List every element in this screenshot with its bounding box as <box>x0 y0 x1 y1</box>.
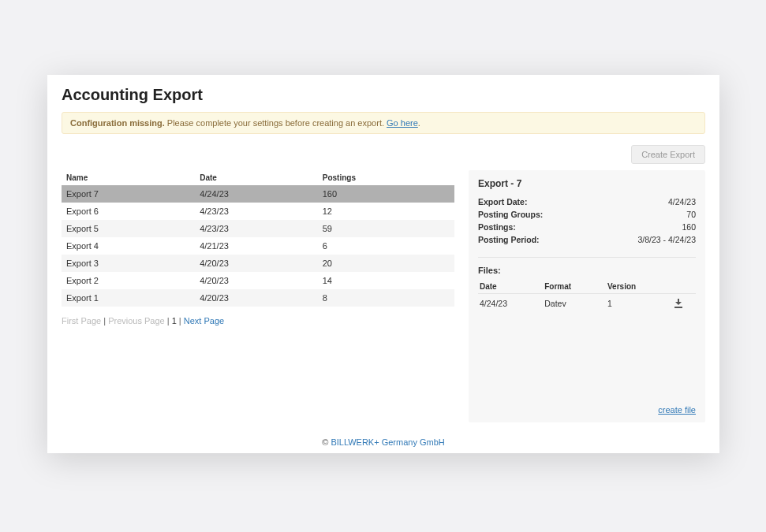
col-postings: Postings <box>318 170 454 185</box>
pagination: First Page | Previous Page | 1 | Next Pa… <box>62 316 454 326</box>
footer: © BILLWERK+ Germany GmbH <box>47 437 719 447</box>
alert-go-here-link[interactable]: Go here <box>387 118 418 128</box>
config-warning-alert: Configuration missing. Please complete y… <box>62 112 705 134</box>
files-col-version: Version <box>606 280 673 294</box>
detail-export-date: Export Date: 4/24/23 <box>478 195 696 208</box>
next-page-link[interactable]: Next Page <box>184 316 224 326</box>
files-col-format: Format <box>543 280 606 294</box>
alert-tail: . <box>418 118 420 128</box>
exports-table: Name Date Postings Export 74/24/23160Exp… <box>62 170 454 307</box>
table-row[interactable]: Export 24/20/2314 <box>62 272 454 289</box>
files-table: Date Format Version 4/24/23Datev1 <box>478 280 696 313</box>
detail-postings: Postings: 160 <box>478 221 696 233</box>
detail-posting-groups: Posting Groups: 70 <box>478 208 696 221</box>
previous-page-link[interactable]: Previous Page <box>108 316 165 326</box>
page-title: Accounting Export <box>62 86 705 104</box>
export-detail-pane: Export - 7 Export Date: 4/24/23 Posting … <box>469 170 705 422</box>
files-title: Files: <box>478 257 696 275</box>
alert-strong: Configuration missing. <box>70 118 165 128</box>
table-row[interactable]: Export 74/24/23160 <box>62 185 454 203</box>
table-row[interactable]: Export 44/21/236 <box>62 237 454 255</box>
exports-list-pane: Name Date Postings Export 74/24/23160Exp… <box>62 170 454 422</box>
files-col-date: Date <box>478 280 543 294</box>
create-export-button[interactable]: Create Export <box>631 145 705 164</box>
content-area: Name Date Postings Export 74/24/23160Exp… <box>62 170 705 422</box>
main-panel: Accounting Export Configuration missing.… <box>47 75 719 453</box>
file-row: 4/24/23Datev1 <box>478 294 696 314</box>
col-name: Name <box>62 170 195 185</box>
detail-posting-period: Posting Period: 3/8/23 - 4/24/23 <box>478 233 696 246</box>
alert-text: Please complete your settings before cre… <box>165 118 387 128</box>
toolbar: Create Export <box>62 145 705 164</box>
download-icon[interactable] <box>674 299 682 307</box>
footer-company-link[interactable]: BILLWERK+ Germany GmbH <box>331 437 444 447</box>
create-file-link[interactable]: create file <box>658 405 696 415</box>
col-date: Date <box>195 170 318 185</box>
detail-title: Export - 7 <box>478 178 696 189</box>
first-page-link[interactable]: First Page <box>62 316 101 326</box>
table-row[interactable]: Export 14/20/238 <box>62 289 454 307</box>
table-row[interactable]: Export 54/23/2359 <box>62 220 454 237</box>
table-row[interactable]: Export 64/23/2312 <box>62 203 454 220</box>
table-row[interactable]: Export 34/20/2320 <box>62 255 454 272</box>
files-col-action <box>673 280 697 294</box>
current-page: 1 <box>172 316 177 326</box>
